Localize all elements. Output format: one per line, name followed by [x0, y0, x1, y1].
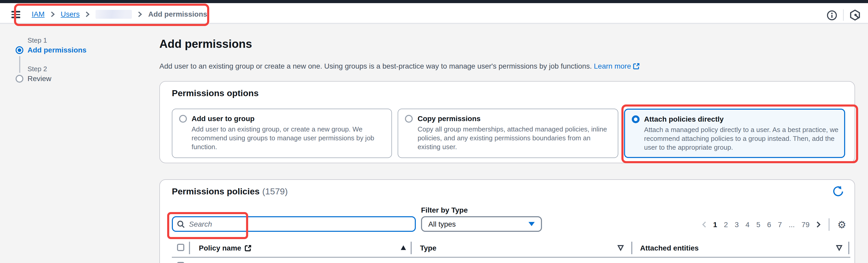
pagination-page[interactable]: 1: [713, 221, 717, 229]
filter-triangle-icon[interactable]: [836, 245, 843, 251]
pagination-page[interactable]: 3: [735, 221, 739, 229]
assistant-hexagon-icon[interactable]: [849, 9, 861, 21]
pagination-page[interactable]: 6: [767, 221, 771, 229]
permissions-options-title: Permissions options: [172, 88, 258, 99]
option-tile-add-user-to-group[interactable]: Add user to group Add user to an existin…: [172, 109, 392, 158]
pagination-ellipsis: ...: [788, 221, 795, 229]
policy-name-label: Policy name: [199, 244, 241, 252]
column-divider: [631, 242, 632, 254]
column-divider: [848, 242, 849, 254]
permissions-policies-card: Permissions policies(1579) Filter by Typ…: [159, 179, 855, 263]
gear-icon[interactable]: ⚙: [837, 220, 846, 230]
page-title: Add permissions: [159, 37, 252, 51]
column-divider: [411, 242, 412, 254]
policies-count: (1579): [262, 186, 288, 197]
filter-by-type-label: Filter by Type: [421, 206, 468, 214]
step2-radio-icon: [16, 75, 23, 82]
step1-title: Add permissions: [28, 46, 87, 54]
refresh-icon[interactable]: [832, 185, 844, 198]
option-label: Copy permissions: [417, 114, 612, 124]
pagination-page[interactable]: 5: [756, 221, 761, 229]
option-label: Add user to group: [192, 114, 385, 124]
type-filter-select[interactable]: All types: [421, 216, 542, 232]
step1-label: Step 1: [28, 36, 47, 44]
radio-unselected-icon[interactable]: [405, 115, 413, 123]
learn-more-label: Learn more: [594, 62, 631, 70]
page-description: Add user to an existing group or create …: [159, 62, 640, 70]
attached-entities-label: Attached entities: [640, 244, 699, 252]
radio-unselected-icon[interactable]: [179, 115, 187, 123]
annotation-box-attach-policies: [621, 105, 858, 163]
pagination-next-icon[interactable]: [816, 221, 821, 228]
policies-table-header: Policy name Type Attached entities: [172, 240, 850, 258]
step-connector-line: [19, 56, 20, 73]
pagination-page[interactable]: 2: [724, 221, 728, 229]
wizard-step-review[interactable]: Review: [16, 74, 52, 83]
pagination-previous-icon[interactable]: [702, 221, 706, 228]
chevron-down-icon: [528, 222, 535, 226]
option-description: Copy all group memberships, attached man…: [417, 125, 613, 151]
external-link-icon: [244, 244, 251, 251]
annotation-box-search: [167, 212, 248, 239]
step1-radio-icon: [16, 46, 23, 54]
info-icon[interactable]: [826, 10, 837, 21]
window-top-strip: [0, 0, 868, 3]
sort-ascending-icon[interactable]: [401, 245, 406, 250]
step2-title: Review: [28, 74, 52, 83]
learn-more-link[interactable]: Learn more: [594, 62, 640, 70]
annotation-box-breadcrumb: [14, 4, 209, 26]
header-divider: [843, 9, 844, 21]
wizard-step-add-permissions[interactable]: Add permissions: [16, 46, 87, 54]
pagination-page[interactable]: 79: [802, 221, 810, 229]
pagination: 1 2 3 4 5 6 7 ... 79 ⚙: [702, 218, 846, 231]
pagination-divider: [829, 218, 830, 231]
type-label: Type: [420, 244, 436, 252]
column-header-policy-name[interactable]: Policy name: [199, 244, 251, 252]
filter-triangle-icon[interactable]: [617, 245, 624, 251]
pagination-page[interactable]: 4: [745, 221, 750, 229]
option-description: Add user to an existing group, or create…: [192, 125, 386, 151]
aws-console-page: IAM Users Add permissions: [0, 0, 868, 263]
pagination-page[interactable]: 7: [778, 221, 782, 229]
column-header-attached-entities[interactable]: Attached entities: [640, 244, 699, 252]
option-tile-copy-permissions[interactable]: Copy permissions Copy all group membersh…: [398, 109, 618, 158]
step2-label: Step 2: [28, 65, 47, 73]
column-header-type[interactable]: Type: [420, 244, 436, 252]
row-checkbox[interactable]: [177, 262, 184, 263]
permissions-policies-title-text: Permissions policies: [172, 186, 259, 197]
select-all-checkbox[interactable]: [177, 244, 184, 251]
page-description-text: Add user to an existing group or create …: [159, 62, 592, 70]
permissions-policies-title: Permissions policies(1579): [172, 186, 288, 197]
header-actions: [826, 9, 861, 21]
type-filter-value: All types: [428, 220, 456, 228]
external-link-icon: [633, 63, 640, 69]
column-divider: [189, 242, 190, 254]
